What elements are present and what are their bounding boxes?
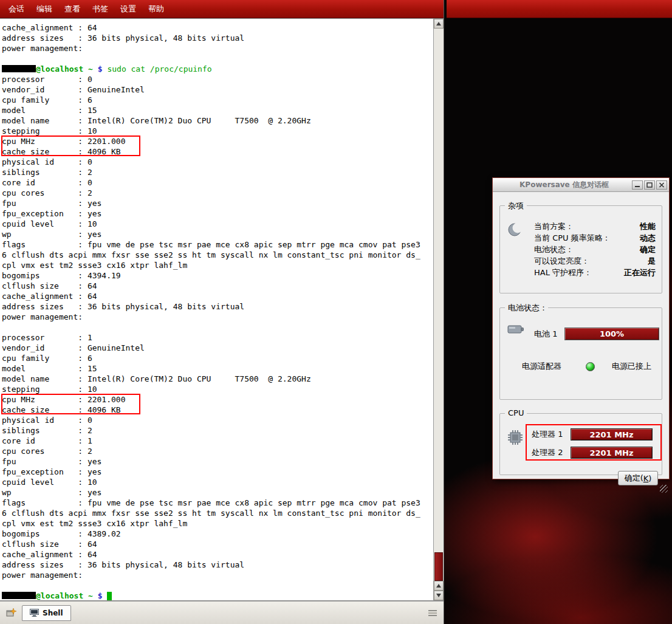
terminal-line: bogomips : 4394.19 xyxy=(2,270,433,281)
menu-settings[interactable]: 设置 xyxy=(114,1,142,17)
desktop-background-photo: KPowersave 信息对话框 杂项 xyxy=(444,0,672,624)
cpu-label: 处理器 1 xyxy=(532,429,567,440)
arrow-up-icon xyxy=(436,22,441,26)
terminal-line xyxy=(2,53,433,64)
close-icon xyxy=(659,182,665,188)
dialog-title: KPowersave 信息对话框 xyxy=(498,180,631,190)
adapter-row: 电源适配器 电源已接上 xyxy=(522,361,662,372)
terminal-line: fpu : yes xyxy=(2,198,433,208)
new-session-icon xyxy=(5,608,16,619)
scroll-down-button[interactable] xyxy=(434,591,444,600)
arrow-down-icon xyxy=(436,594,441,597)
adapter-status: 电源已接上 xyxy=(612,361,651,372)
ok-button-text: 确定( xyxy=(625,473,643,484)
group-battery: 电池状态 : 电池 1 100% 电源适配器 xyxy=(499,307,662,400)
menu-view[interactable]: 查看 xyxy=(58,1,86,17)
terminal-line: wp : yes xyxy=(2,487,433,498)
terminal-line: wp : yes xyxy=(2,229,433,239)
terminal-line: siblings : 2 xyxy=(2,167,433,177)
terminal-line: cpl vmx est tm2 ssse3 cx16 xtpr lahf_lm xyxy=(2,260,433,270)
terminal-line: cpl vmx est tm2 ssse3 cx16 xtpr lahf_lm xyxy=(2,518,433,529)
cpu-row: 处理器 1 2201 MHz xyxy=(532,428,659,441)
terminal-line: address sizes : 36 bits physical, 48 bit… xyxy=(2,301,433,312)
terminal-line: vendor_id : GenuineIntel xyxy=(2,84,433,95)
dialog-titlebar[interactable]: KPowersave 信息对话框 xyxy=(493,178,669,192)
ok-button[interactable]: 确定(K) xyxy=(618,471,658,485)
misc-label: 当前方案 : xyxy=(534,221,571,232)
battery-label: 电池 1 xyxy=(534,329,558,340)
terminal-line: fpu_exception : yes xyxy=(2,208,433,219)
group-misc: 杂项 当前方案 : 性能 当前 CPU 频率策略 : 动态 xyxy=(499,205,662,293)
green-led-icon xyxy=(586,362,595,371)
terminal-body: cache_alignment : 64address sizes : 36 b… xyxy=(0,18,444,601)
terminal-scrollbar[interactable] xyxy=(433,19,444,600)
scrollbar-track[interactable] xyxy=(434,29,444,581)
terminal-line: vendor_id : GenuineIntel xyxy=(2,343,433,353)
misc-value: 正在运行 xyxy=(624,267,656,278)
misc-label: 可以设定亮度 : xyxy=(534,255,587,267)
terminal-line: stepping : 10 xyxy=(2,384,433,394)
dialog-body: 杂项 当前方案 : 性能 当前 CPU 频率策略 : 动态 xyxy=(493,205,669,494)
terminal-cursor xyxy=(107,592,112,600)
tab-shell[interactable]: Shell xyxy=(22,605,71,621)
scroll-up-button-bottom[interactable] xyxy=(434,581,444,591)
battery-icon xyxy=(507,324,524,335)
group-cpu: CPU 处理器 1 xyxy=(499,413,662,475)
redacted-username xyxy=(2,592,36,599)
misc-label: HAL 守护程序 : xyxy=(534,267,589,278)
terminal-line: power management: xyxy=(2,43,433,53)
terminal-line: core id : 0 xyxy=(2,177,433,188)
misc-value: 确定 xyxy=(640,244,656,255)
misc-value: 动态 xyxy=(640,232,656,244)
terminal-line: model : 15 xyxy=(2,105,433,115)
adapter-label: 电源适配器 xyxy=(522,361,561,372)
terminal-line: model name : Intel(R) Core(TM)2 Duo CPU … xyxy=(2,115,433,126)
terminal-line: cpuid level : 10 xyxy=(2,219,433,229)
terminal-prompt-line: @localhost ~ $ xyxy=(2,591,433,600)
scroll-up-button[interactable] xyxy=(434,19,444,29)
terminal-line: cpu cores : 2 xyxy=(2,446,433,456)
maximize-button[interactable] xyxy=(644,180,655,190)
scrollbar-thumb[interactable] xyxy=(434,552,443,581)
resize-grip[interactable] xyxy=(660,485,668,493)
misc-row: 可以设定亮度 : 是 xyxy=(534,255,656,267)
menu-session[interactable]: 会话 xyxy=(2,1,30,17)
terminal-prompt-line: @localhost ~ $ sudo cat /proc/cpuinfo xyxy=(2,64,433,74)
terminal-line: cache size : 4096 KB xyxy=(2,405,433,415)
terminal-line: clflush size : 64 xyxy=(2,539,433,549)
cpu-row: 处理器 2 2201 MHz xyxy=(532,447,659,459)
terminal-line: power management: xyxy=(2,570,433,580)
terminal-line: clflush size : 64 xyxy=(2,281,433,291)
terminal-annotation-box: cpu MHz : 2201.000cache size : 4096 KB xyxy=(2,394,433,415)
misc-row: 当前 CPU 频率策略 : 动态 xyxy=(534,232,656,244)
minimize-button[interactable] xyxy=(632,180,643,190)
terminal-line: power management: xyxy=(2,312,433,322)
misc-value: 是 xyxy=(648,255,656,267)
terminal-tabbar: Shell xyxy=(0,601,444,624)
background-window-titlebar xyxy=(447,0,672,18)
terminal-annotation-box: cpu MHz : 2201.000cache size : 4096 KB xyxy=(2,136,433,157)
cpu-frequency-text: 2201 MHz xyxy=(571,447,652,458)
cpu-frequency-text: 2201 MHz xyxy=(571,429,652,440)
terminal-line: fpu : yes xyxy=(2,456,433,467)
cpu-frequency-bar: 2201 MHz xyxy=(571,447,653,459)
menu-edit[interactable]: 编辑 xyxy=(30,1,58,17)
misc-row: HAL 守护程序 : 正在运行 xyxy=(534,267,656,278)
ok-button-text: ) xyxy=(648,474,651,483)
terminal-line: core id : 1 xyxy=(2,436,433,446)
maximize-icon xyxy=(646,182,653,188)
redacted-username xyxy=(2,65,36,72)
new-session-button[interactable] xyxy=(2,605,19,622)
menu-bookmarks[interactable]: 书签 xyxy=(86,1,114,17)
group-battery-legend: 电池状态 : xyxy=(505,303,548,314)
terminal-line: 6 clflush dts acpi mmx fxsr sse sse2 ss … xyxy=(2,250,433,260)
session-list-button[interactable] xyxy=(424,605,441,622)
misc-row: 电池状态 : 确定 xyxy=(534,244,656,255)
close-button[interactable] xyxy=(656,180,667,190)
misc-value: 性能 xyxy=(640,221,656,232)
cpu-chip-icon xyxy=(507,430,523,445)
arrow-up-icon xyxy=(436,584,441,588)
menu-help[interactable]: 帮助 xyxy=(142,1,170,17)
terminal-line: cache_alignment : 64 xyxy=(2,291,433,301)
terminal-output[interactable]: cache_alignment : 64address sizes : 36 b… xyxy=(0,19,433,600)
